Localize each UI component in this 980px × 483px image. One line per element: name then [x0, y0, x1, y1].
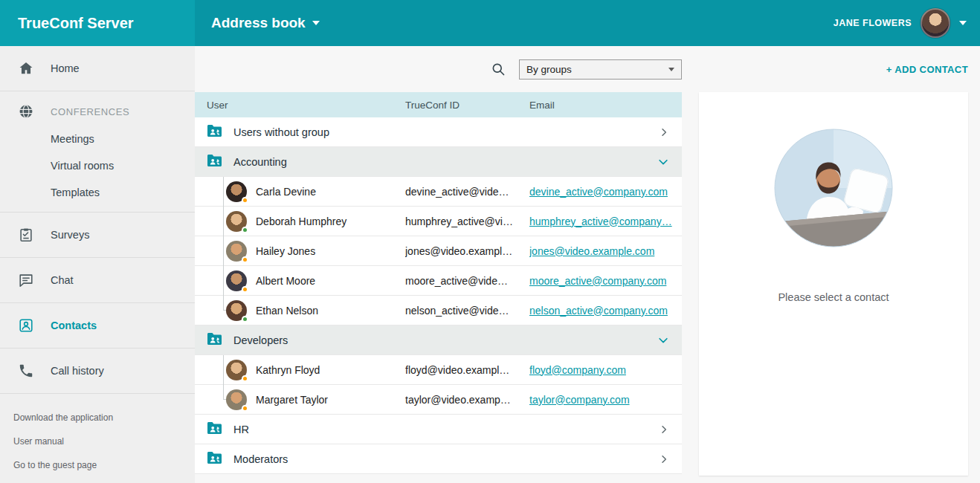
sidebar-item-label: Templates	[51, 187, 100, 198]
page-title-dropdown[interactable]: Address book	[211, 15, 320, 31]
sidebar-item-home[interactable]: Home	[0, 52, 195, 85]
group-filter-value: By groups	[526, 64, 572, 75]
group-row-accounting[interactable]: Accounting	[195, 147, 682, 177]
sidebar-section: Contacts	[0, 303, 195, 349]
contacts-icon	[18, 317, 34, 334]
contact-name: Carla Devine	[256, 186, 316, 198]
tree-connector	[223, 177, 224, 207]
sidebar-item-label: Call history	[51, 365, 104, 377]
group-folder-icon	[207, 332, 223, 348]
contact-email-link[interactable]: moore_active@company.com	[529, 275, 666, 287]
contact-email-link[interactable]: nelson_active@company.com	[529, 305, 668, 317]
sidebar-item-templates[interactable]: Templates	[0, 179, 195, 206]
sidebar-item-virtual-rooms[interactable]: Virtual rooms	[0, 152, 195, 179]
group-row-moderators[interactable]: Moderators	[195, 444, 682, 474]
sidebar-item-label: Home	[51, 62, 80, 74]
status-dot-away	[242, 256, 248, 263]
tree-connector	[223, 385, 224, 400]
contact-trueconf-id: moore_active@vide…	[405, 275, 529, 287]
detail-card: Please select a contact	[699, 92, 968, 476]
search-icon[interactable]	[491, 62, 506, 77]
contact-name: Albert Moore	[256, 275, 315, 287]
group-row-developers[interactable]: Developers	[195, 325, 682, 355]
contact-avatar	[226, 360, 247, 380]
contact-avatar	[226, 211, 247, 232]
add-contact-button[interactable]: + ADD CONTACT	[886, 64, 968, 75]
contact-avatar	[226, 270, 247, 291]
chevron-down-icon[interactable]	[657, 147, 670, 176]
group-row-hr[interactable]: HR	[195, 415, 682, 444]
contact-name: Deborah Humphrey	[256, 215, 346, 227]
contact-email-link[interactable]: floyd@company.com	[529, 364, 626, 376]
contact-row-albert-moore[interactable]: Albert Mooremoore_active@vide…moore_acti…	[195, 266, 682, 296]
sidebar-section: Call history	[0, 349, 195, 394]
detail-panel: + ADD CONTACT	[682, 46, 980, 483]
group-name: Accounting	[233, 156, 287, 168]
table-header: User TrueConf ID Email	[195, 92, 682, 117]
sidebar-item-call-history[interactable]: Call history	[0, 354, 195, 387]
contact-trueconf-id: nelson_active@vide…	[405, 305, 529, 317]
user-menu[interactable]: JANE FLOWERS	[834, 8, 967, 38]
contact-row-carla-devine[interactable]: Carla Devinedevine_active@vide…devine_ac…	[195, 177, 682, 207]
contact-row-deborah-humphrey[interactable]: Deborah Humphreyhumphrey_active@vi…humph…	[195, 207, 682, 236]
sidebar-item-contacts[interactable]: Contacts	[0, 309, 195, 342]
chevron-right-icon[interactable]	[658, 444, 670, 473]
chevron-right-icon[interactable]	[658, 117, 670, 146]
list-toolbar: By groups	[195, 56, 682, 82]
surveys-icon	[18, 227, 34, 243]
group-filter-select[interactable]: By groups	[519, 59, 682, 80]
contact-row-ethan-nelson[interactable]: Ethan Nelsonnelson_active@vide…nelson_ac…	[195, 296, 682, 325]
status-dot-online	[242, 316, 248, 322]
chevron-right-icon[interactable]	[658, 415, 670, 444]
user-menu-caret-icon	[959, 21, 967, 25]
contact-trueconf-id: jones@video.exampl…	[405, 245, 529, 257]
main-content: By groups User TrueConf ID Email Users w…	[195, 46, 682, 483]
contact-email-link[interactable]: devine_active@company.com	[529, 186, 668, 198]
chat-icon	[18, 272, 34, 288]
column-header-email: Email	[529, 100, 682, 111]
group-name: HR	[233, 424, 249, 435]
placeholder-text: Please select a contact	[778, 291, 889, 303]
contact-trueconf-id: taylor@video.examp…	[405, 394, 529, 406]
contact-name: Hailey Jones	[256, 245, 315, 257]
tree-connector	[223, 296, 224, 311]
sidebar-item-meetings[interactable]: Meetings	[0, 126, 195, 152]
contact-email-link[interactable]: jones@video.example.com	[529, 245, 654, 257]
user-name: JANE FLOWERS	[834, 18, 912, 28]
contact-row-margaret-taylor[interactable]: Margaret Taylortaylor@video.examp…taylor…	[195, 385, 682, 415]
contact-email-link[interactable]: humphrey_active@company…	[529, 215, 672, 227]
home-icon	[18, 60, 34, 77]
link-download-application[interactable]: Download the application	[13, 406, 195, 429]
contact-placeholder-illustration	[773, 128, 894, 248]
contact-trueconf-id: floyd@video.exampl…	[405, 364, 529, 376]
sidebar-item-label: CONFERENCES	[51, 106, 129, 117]
link-guest-page[interactable]: Go to the guest page	[13, 453, 195, 477]
contact-name: Ethan Nelson	[256, 305, 318, 317]
contacts-table-body: Users without groupAccountingCarla Devin…	[195, 117, 682, 474]
status-dot-away	[242, 197, 248, 204]
sidebar-section: Surveys	[0, 213, 195, 258]
page-title-caret-icon	[312, 21, 320, 25]
sidebar-item-surveys[interactable]: Surveys	[0, 218, 195, 251]
contact-avatar	[226, 389, 247, 410]
sidebar: HomeCONFERENCESMeetingsVirtual roomsTemp…	[0, 46, 195, 483]
page-title: Address book	[211, 15, 306, 31]
tree-connector	[223, 266, 224, 296]
group-folder-icon	[207, 154, 223, 169]
contact-name: Kathryn Floyd	[256, 364, 320, 376]
link-user-manual[interactable]: User manual	[13, 429, 195, 453]
chevron-down-icon[interactable]	[657, 325, 670, 354]
group-folder-icon	[207, 421, 223, 437]
contact-email-link[interactable]: taylor@company.com	[529, 394, 630, 406]
contact-avatar	[226, 241, 247, 262]
status-dot-away	[242, 375, 248, 382]
contact-row-hailey-jones[interactable]: Hailey Jonesjones@video.exampl…jones@vid…	[195, 236, 682, 266]
sidebar-section: Home	[0, 46, 195, 91]
tree-connector	[223, 207, 224, 236]
group-row-users-without-group[interactable]: Users without group	[195, 117, 682, 147]
contact-row-kathryn-floyd[interactable]: Kathryn Floydfloyd@video.exampl…floyd@co…	[195, 355, 682, 385]
app-root: TrueConf Server Address book JANE FLOWER…	[0, 0, 980, 483]
contacts-table: User TrueConf ID Email Users without gro…	[195, 92, 682, 474]
sidebar-item-chat[interactable]: Chat	[0, 264, 195, 296]
sidebar-section: CONFERENCESMeetingsVirtual roomsTemplate…	[0, 91, 195, 213]
